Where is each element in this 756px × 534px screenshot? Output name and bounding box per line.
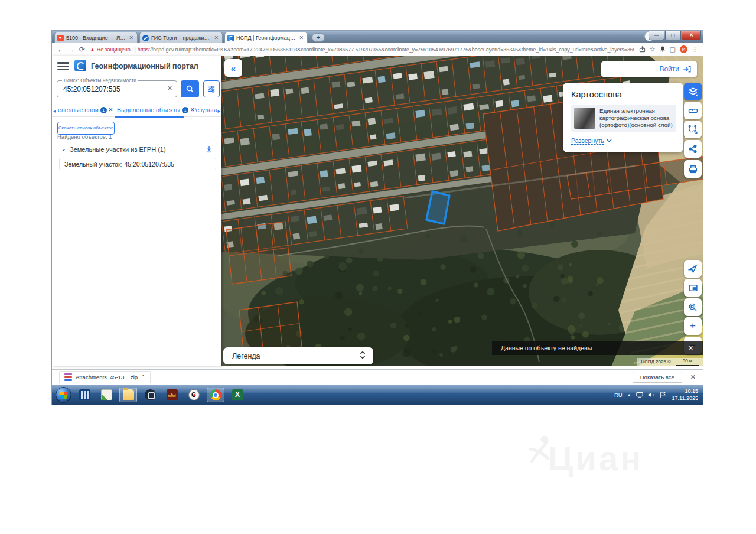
address-separator: | <box>135 47 136 53</box>
tab-results[interactable]: Результа <box>192 106 217 113</box>
print-map-button[interactable] <box>684 160 702 178</box>
basemap-layer-row[interactable]: Единая электронная картографическая осно… <box>571 105 676 132</box>
tray-expand-icon[interactable]: ▲ <box>627 393 631 397</box>
measure-tool-button[interactable] <box>684 102 702 119</box>
zip-file-icon <box>64 373 72 381</box>
tab-selected-objects-active[interactable]: Выделенные объекты 1 ✕ <box>117 106 195 113</box>
bookmark-star-icon[interactable]: ☆ <box>650 45 656 53</box>
taskbar-app-keepass[interactable] <box>141 388 159 402</box>
folder-icon <box>123 389 134 400</box>
extension-pin-icon[interactable] <box>660 46 666 53</box>
address-bar[interactable]: ▲ Не защищено | https ://nspd.gov.ru/map… <box>90 47 634 53</box>
clear-search-icon[interactable]: ✕ <box>167 84 172 92</box>
toast-close-icon[interactable]: ✕ <box>688 344 693 352</box>
yandex-mail-favicon <box>57 35 64 41</box>
browser-toolbar: ← → ⟳ ▲ Не защищено | https ://nspd.gov.… <box>52 43 703 56</box>
collapse-chevron-icon[interactable]: ⌄ <box>61 146 66 152</box>
display-tray-icon[interactable] <box>636 392 643 398</box>
sidebar-tabs: ◂ еленные слои 1 ✕ Выделенные объекты 1 … <box>52 106 221 117</box>
geolocate-button[interactable] <box>684 260 702 278</box>
browser-tab-gis-torgi[interactable]: ГИС Торги – продажи государс ✕ <box>139 32 223 43</box>
tab-close-icon[interactable]: ✕ <box>298 35 305 41</box>
search-input[interactable]: Поиск: Объекты недвижимости 45:20:051207… <box>57 80 177 97</box>
downloaded-file-chip[interactable]: Attachments_45-13....zip ⌃ <box>59 371 151 383</box>
taskbar-app-excel[interactable]: X <box>229 388 246 402</box>
taskbar-app-crypto[interactable]: C <box>185 388 203 402</box>
sliders-icon <box>207 85 216 93</box>
map-attribution: НСПД 2025 © 50 м <box>637 358 703 366</box>
system-tray: RU ▲ 10:15 17.11.2025 <box>614 388 703 402</box>
browser-tabstrip: 5100 - Входящие — Яндекс По ✕ ГИС Торги … <box>52 31 703 43</box>
database-app-icon <box>79 389 90 400</box>
taskbar-app-database[interactable] <box>76 388 93 402</box>
legend-label: Легенда <box>232 352 360 360</box>
basemap-panel: Картооснова Единая электронная картограф… <box>563 83 683 152</box>
show-all-downloads-button[interactable]: Показать все <box>633 372 682 383</box>
taskbar-app-chrome[interactable] <box>207 388 224 402</box>
reload-icon[interactable]: ⟳ <box>77 45 87 54</box>
login-bar[interactable]: Войти <box>601 61 697 77</box>
ruler-icon <box>688 106 698 116</box>
downloads-bar-close-icon[interactable]: ✕ <box>690 373 696 381</box>
tab-close-icon[interactable]: ✕ <box>109 107 113 113</box>
zoom-in-button[interactable]: + <box>684 317 702 335</box>
menu-dots-icon[interactable]: ⋮ <box>692 45 698 53</box>
collapse-sidebar-button[interactable]: « <box>224 59 242 77</box>
taskbar-app-red[interactable] <box>163 388 181 402</box>
download-group-icon[interactable] <box>205 145 213 156</box>
language-indicator[interactable]: RU <box>614 392 623 398</box>
browser-tab-yandex-mail[interactable]: 5100 - Входящие — Яндекс По ✕ <box>54 32 138 43</box>
url-text: ://nspd.gov.ru/map?thematic=PKK&zoom=17.… <box>149 47 634 53</box>
hamburger-menu-icon[interactable] <box>57 62 69 70</box>
parcel-list-item[interactable]: Земельный участок: 45:20:051207:535 <box>59 158 216 170</box>
layers-tool-button[interactable] <box>684 83 702 100</box>
toast-text: Данные по объекту не найдены <box>501 344 688 351</box>
egrn-group-row[interactable]: ⌄ Земельные участки из ЕГРН (1) <box>52 145 221 157</box>
search-value: 45:20:051207:535 <box>63 85 120 93</box>
volume-tray-icon[interactable] <box>648 392 655 398</box>
found-count-text: Найдено объектов: 1 <box>57 134 112 140</box>
maximize-button[interactable]: ▢ <box>665 31 681 40</box>
taskbar-app-document[interactable] <box>97 388 115 402</box>
tabs-scroll-right-icon[interactable]: ▸ <box>217 108 220 114</box>
tab-label: Результа <box>192 106 217 113</box>
search-button[interactable] <box>181 80 199 97</box>
chevron-down-icon <box>607 139 612 143</box>
tabs-scroll-left-icon[interactable]: ◂ <box>53 108 56 114</box>
download-object-list-button[interactable]: Скачать список объектов <box>57 122 115 135</box>
reading-list-icon[interactable]: ▢ <box>670 45 676 53</box>
forward-icon[interactable]: → <box>66 45 77 54</box>
search-filters-button[interactable] <box>203 80 220 97</box>
portal-sidebar: Геоинформационный портал Поиск: Объекты … <box>52 56 221 366</box>
back-icon[interactable]: ← <box>56 45 66 54</box>
zoom-to-area-button[interactable] <box>684 298 702 316</box>
window-controls: — ▢ ✕ <box>648 31 701 40</box>
share-map-button[interactable] <box>684 140 702 158</box>
locate-arrow-icon <box>688 264 698 273</box>
share-icon[interactable] <box>639 46 646 53</box>
action-center-flag-icon[interactable] <box>660 392 666 399</box>
legend-bar[interactable]: Легенда <box>223 347 373 364</box>
polygon-select-icon <box>688 125 698 135</box>
tab-close-icon[interactable]: ✕ <box>128 35 135 41</box>
share-nodes-icon <box>688 144 698 154</box>
browser-tab-nspd-active[interactable]: НСПД | Геоинформационный п ✕ <box>224 32 308 43</box>
group-title: Земельные участки из ЕГРН (1) <box>70 146 166 153</box>
tab-selected-layers[interactable]: еленные слои 1 ✕ <box>58 106 113 113</box>
profile-avatar[interactable]: И <box>680 45 687 53</box>
tab-title: 5100 - Входящие — Яндекс По <box>66 35 125 41</box>
start-button[interactable] <box>56 387 71 403</box>
download-chevron-icon[interactable]: ⌃ <box>141 375 145 380</box>
taskbar-app-explorer[interactable] <box>119 388 137 402</box>
active-tab-underline <box>115 116 184 118</box>
legend-expand-icon[interactable] <box>360 351 366 362</box>
download-file-name: Attachments_45-13....zip <box>76 374 138 380</box>
new-tab-button[interactable]: + <box>312 33 325 42</box>
overview-map-button[interactable] <box>684 279 702 297</box>
close-button[interactable]: ✕ <box>682 31 701 40</box>
basemap-expand-link[interactable]: Развернуть <box>571 137 676 145</box>
select-area-tool-button[interactable] <box>684 121 702 138</box>
tab-close-icon[interactable]: ✕ <box>213 35 220 41</box>
minimize-button[interactable]: — <box>649 31 664 40</box>
taskbar-clock[interactable]: 10:15 17.11.2025 <box>672 388 698 402</box>
